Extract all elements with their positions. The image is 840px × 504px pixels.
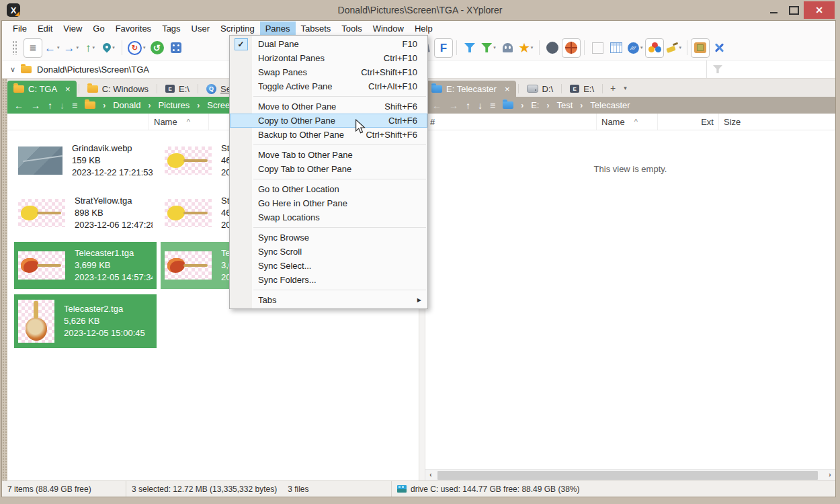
toolbar-button[interactable]: ▾ [584,40,585,55]
right-file-list[interactable]: This view is empty. [425,130,835,469]
up-nav-icon[interactable]: ↑ [48,100,52,111]
menu-item[interactable]: Swap Panes Ctrl+Shift+F10 [230,65,427,79]
file-tile[interactable]: StratYellow.tga 898 KB 2023-12-06 12:47:… [14,190,157,237]
toolbar-button[interactable]: ▾ [539,40,540,55]
column-header[interactable]: Name [149,114,209,130]
toolbar-button[interactable]: ▾ [122,40,122,55]
menu-bar-item[interactable]: Edit [32,22,58,36]
menu-item[interactable]: Backup to Other Pane Ctrl+Shift+F6 [230,128,427,142]
toolbar-button[interactable]: ▾ [167,38,185,58]
menu-item[interactable] [253,96,426,97]
horizontal-scrollbar[interactable]: ‹ › [425,469,835,480]
folder-icon[interactable] [85,101,95,109]
toolbar-button[interactable]: ▾ [498,38,517,58]
forward-nav-icon[interactable]: → [31,100,40,111]
file-tile[interactable]: Telecaster1.tga 3,699 KB 2023-12-05 14:5… [14,242,157,289]
menu-item[interactable]: Sync Browse [230,230,427,245]
toolbar-button[interactable]: ▾ [645,38,664,58]
menu-item[interactable]: Sync Select... [230,259,427,273]
column-header[interactable]: Size [719,114,835,130]
toolbar-button[interactable]: ↑ ▾ [81,38,99,58]
maximize-button[interactable] [784,1,804,19]
toolbar-button[interactable]: F ▾ [434,38,453,58]
menu-item[interactable]: Move Tab to Other Pane [230,148,427,162]
menu-bar-item[interactable]: Scripting [215,22,260,36]
scroll-right-icon[interactable]: › [825,470,835,480]
menu-item[interactable]: Go to Other Location [230,182,427,196]
menu-item[interactable] [253,227,426,228]
toolbar-button[interactable]: ▾ [626,38,645,58]
toolbar-button[interactable]: ▾ [687,40,687,55]
column-header[interactable]: Ext [658,114,719,130]
down-nav-icon[interactable]: ↓ [478,100,482,111]
address-dropdown-icon[interactable]: ∨ [10,65,15,74]
tab-close-icon[interactable]: × [65,85,71,93]
menu-bar-item[interactable]: Help [409,22,438,36]
menu-item[interactable]: Dual Pane F10 [230,37,427,51]
toolbar-button[interactable]: ▾ [543,38,562,58]
minimize-button[interactable] [763,1,784,19]
menu-item[interactable]: Toggle Active Pane Ctrl+Alt+F10 [230,79,427,93]
menu-item[interactable] [253,144,426,145]
column-header[interactable]: Modified [835,114,836,130]
panel-splitter-handle[interactable] [2,79,7,480]
file-tile[interactable]: Telecaster2.tga 5,626 KB 2023-12-05 15:0… [14,294,157,348]
toolbar-button[interactable]: ★ ▾ [517,38,536,58]
menu-item[interactable] [253,290,426,290]
menu-bar-item[interactable]: Go [87,22,110,36]
down-nav-icon[interactable]: ↓ [60,100,65,111]
menu-item[interactable]: Sync Folders... [230,273,427,287]
toolbar-button[interactable]: ▾ [588,38,607,58]
close-button[interactable]: ✕ [804,1,835,19]
menu-item[interactable]: Move to Other Pane Shift+F6 [230,99,427,114]
breadcrumb-segment[interactable]: Test [556,100,573,110]
toolbar-button[interactable]: ▾ [479,38,498,58]
toolbar-button[interactable]: ▾ [99,38,118,58]
toolbar-button[interactable]: ▾ [691,38,710,58]
menu-bar-item[interactable]: User [186,22,215,36]
breadcrumb-segment[interactable]: Donald [113,100,140,110]
toolbar-button[interactable]: ≡ ▾ [24,38,42,58]
toolbar-button[interactable]: ▾ [456,40,457,55]
menu-item[interactable]: Sync Scroll [230,245,427,259]
menu-bar-item[interactable]: File [7,22,32,36]
menu-item[interactable]: Horizontal Panes Ctrl+F10 [230,51,427,65]
forward-nav-icon[interactable]: → [449,100,458,111]
file-tab[interactable]: E:\ [564,81,600,97]
toolbar-button[interactable]: ← ▾ [42,38,62,58]
toolbar-button[interactable]: ▾ [607,38,626,58]
breadcrumb-segment[interactable]: Pictures [158,100,190,110]
visual-filter-box[interactable] [706,60,835,78]
breadcrumb-segment[interactable]: E: [531,100,539,110]
toolbar-button[interactable]: ▾ [5,38,24,58]
menu-item[interactable]: Swap Locations [230,210,427,224]
menu-item[interactable]: Tabs [230,293,427,307]
breadcrumb-segment[interactable]: Telecaster [590,100,630,110]
toolbar-button[interactable]: → ▾ [62,38,81,58]
toolbar-button[interactable]: ▾ [562,38,581,58]
file-tab[interactable]: C: TGA × [7,81,77,97]
toolbar-button[interactable]: ▾ [126,38,148,58]
up-nav-icon[interactable]: ↑ [466,100,470,111]
file-tab[interactable]: D:\ [521,81,560,97]
toolbar-button[interactable]: ▾ [460,38,479,58]
menu-bar-item[interactable]: Window [368,22,409,36]
toolbar-button[interactable]: ▾ [664,38,684,58]
menu-item[interactable]: Copy Tab to Other Pane [230,162,427,176]
folder-icon[interactable] [503,101,513,109]
back-nav-icon[interactable]: ← [432,100,442,111]
file-tile[interactable]: Grindavik.webp 159 KB 2023-12-22 17:21:5… [14,137,157,184]
file-tab[interactable]: E: Telecaster × [425,81,516,97]
column-header[interactable]: # [425,114,597,130]
toolbar-button[interactable]: ▾ [710,38,728,58]
menu-bar-item[interactable]: View [58,22,87,36]
menu-item[interactable]: Go Here in Other Pane [230,196,427,210]
menu-item[interactable] [253,179,426,179]
menu-bar-item[interactable]: Tabsets [296,22,337,36]
toolbar-button[interactable]: ▾ [148,38,167,58]
menu-bar-item[interactable]: Tags [157,22,185,36]
file-tab[interactable]: E:\ [159,81,196,97]
menu-bar-item[interactable]: Tools [336,22,367,36]
tab-list-caret-icon[interactable]: ▾ [621,85,630,91]
back-nav-icon[interactable]: ← [14,100,24,111]
